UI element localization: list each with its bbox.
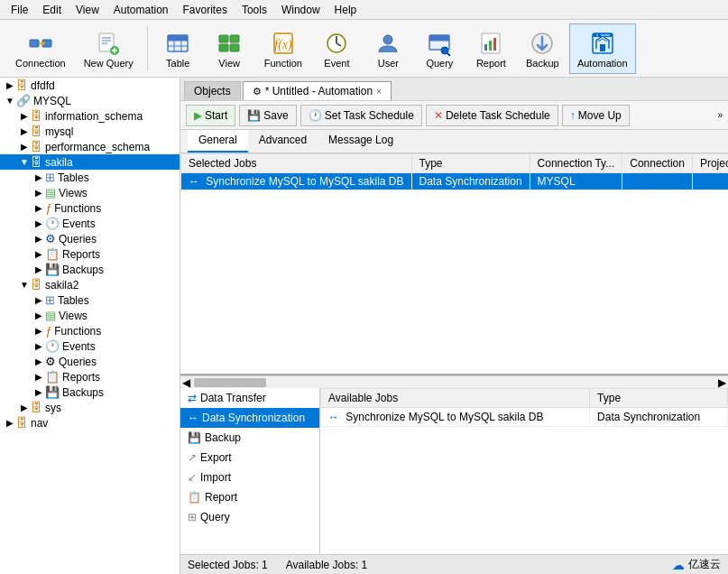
arrow-sakila-queries[interactable]: ▶ — [32, 234, 45, 244]
event-button[interactable]: Event — [312, 23, 362, 74]
inner-tab-advanced[interactable]: Advanced — [248, 130, 318, 153]
start-button[interactable]: ▶ Start — [186, 105, 235, 126]
arrow-mysql-db[interactable]: ▶ — [18, 126, 31, 136]
arrow-s2-events[interactable]: ▶ — [32, 341, 45, 351]
automation-button[interactable]: Automation — [569, 23, 636, 74]
query-button[interactable]: Query — [415, 23, 465, 74]
left-item-export[interactable]: ↗ Export — [180, 448, 319, 468]
sidebar-item-sakila-tables[interactable]: ▶ ⊞ Tables — [0, 170, 180, 185]
menu-edit[interactable]: Edit — [35, 2, 69, 18]
avail-job-name: ↔ Synchronize MySQL to MySQL sakila DB — [321, 408, 590, 427]
arrow-sakila-backups[interactable]: ▶ — [32, 264, 45, 274]
sidebar-item-sakila-reports[interactable]: ▶ 📋 Reports — [0, 246, 180, 262]
sidebar-item-sakila2-events[interactable]: ▶ 🕐 Events — [0, 338, 180, 354]
menu-automation[interactable]: Automation — [106, 2, 176, 18]
menu-view[interactable]: View — [69, 2, 106, 18]
inner-tab-general[interactable]: General — [188, 130, 248, 153]
status-right: ☁ 亿速云 — [672, 557, 721, 572]
arrow-sakila-events[interactable]: ▶ — [32, 218, 45, 228]
user-button[interactable]: User — [364, 23, 413, 74]
arrow-sakila2[interactable]: ▼ — [18, 280, 31, 290]
scroll-right[interactable]: ▶ — [718, 376, 726, 389]
scrollbar-thumb[interactable] — [194, 378, 266, 387]
job-sync-icon: ↔ — [189, 175, 199, 188]
delete-schedule-button[interactable]: ✕ Delete Task Schedule — [426, 105, 558, 126]
function-button[interactable]: f(x) Function — [256, 23, 310, 74]
sidebar-item-dfdfd[interactable]: ▶ 🗄 dfdfd — [0, 78, 180, 93]
sidebar-item-sakila-queries[interactable]: ▶ ⚙ Queries — [0, 231, 180, 246]
sidebar-item-sakila2-functions[interactable]: ▶ ƒ Functions — [0, 323, 180, 338]
arrow-perf[interactable]: ▶ — [18, 142, 31, 152]
move-up-button[interactable]: ↑ Move Up — [562, 105, 630, 126]
sidebar-item-sakila-backups[interactable]: ▶ 💾 Backups — [0, 262, 180, 277]
scroll-left[interactable]: ◀ — [182, 376, 190, 389]
sidebar-item-nav[interactable]: ▶ 🗄 nav — [0, 415, 180, 430]
view-button[interactable]: View — [205, 23, 254, 74]
left-item-query[interactable]: ⊞ Query — [180, 507, 319, 527]
arrow-sys[interactable]: ▶ — [18, 403, 31, 412]
arrow-sakila-tables[interactable]: ▶ — [32, 172, 45, 182]
sidebar-item-sakila2-tables[interactable]: ▶ ⊞ Tables — [0, 292, 180, 308]
menu-favorites[interactable]: Favorites — [176, 2, 235, 18]
menu-file[interactable]: File — [4, 2, 35, 18]
tab-automation[interactable]: ⚙ * Untitled - Automation × — [243, 81, 392, 100]
sidebar-item-sakila2-reports[interactable]: ▶ 📋 Reports — [0, 369, 180, 384]
sidebar-item-sakila2-views[interactable]: ▶ ▤ Views — [0, 308, 180, 323]
arrow-s2-tables[interactable]: ▶ — [32, 295, 45, 305]
sidebar-item-sakila2-queries[interactable]: ▶ ⚙ Queries — [0, 354, 180, 369]
arrow-sakila[interactable]: ▼ — [18, 157, 31, 167]
arrow-sakila-funcs[interactable]: ▶ — [32, 203, 45, 213]
avail-job-row-1[interactable]: ↔ Synchronize MySQL to MySQL sakila DB D… — [321, 408, 728, 427]
tab-objects[interactable]: Objects — [184, 81, 241, 100]
sidebar-item-sakila[interactable]: ▼ 🗄 sakila — [0, 154, 180, 170]
set-schedule-button[interactable]: 🕐 Set Task Schedule — [300, 105, 422, 126]
arrow-s2-queries[interactable]: ▶ — [32, 356, 45, 366]
arrow-nav[interactable]: ▶ — [4, 418, 16, 428]
arrow-s2-views[interactable]: ▶ — [32, 310, 45, 320]
sidebar-item-sakila2[interactable]: ▼ 🗄 sakila2 — [0, 277, 180, 292]
arrow-dfdfd[interactable]: ▶ — [4, 80, 16, 90]
sidebar-item-sakila2-backups[interactable]: ▶ 💾 Backups — [0, 384, 180, 400]
tab-automation-icon: ⚙ — [253, 86, 262, 97]
menu-tools[interactable]: Tools — [235, 2, 274, 18]
sidebar-item-sakila-functions[interactable]: ▶ ƒ Functions — [0, 200, 180, 216]
perf-label: performance_schema — [45, 141, 150, 153]
sidebar-item-perf[interactable]: ▶ 🗄 performance_schema — [0, 139, 180, 154]
left-item-backup[interactable]: 💾 Backup — [180, 428, 319, 448]
sakila-events-label: Events — [62, 218, 96, 230]
available-jobs-status: Available Jobs: 1 — [286, 559, 368, 571]
arrow-s2-backups[interactable]: ▶ — [32, 387, 45, 397]
sidebar-item-sys[interactable]: ▶ 🗄 sys — [0, 400, 180, 415]
sidebar-item-info-schema[interactable]: ▶ 🗄 information_schema — [0, 108, 180, 124]
sidebar-item-sakila-events[interactable]: ▶ 🕐 Events — [0, 216, 180, 231]
left-item-import[interactable]: ↙ Import — [180, 468, 319, 487]
menu-help[interactable]: Help — [327, 2, 364, 18]
report-button[interactable]: Report — [466, 23, 516, 74]
inner-tab-message-log[interactable]: Message Log — [318, 130, 404, 153]
left-item-data-transfer[interactable]: ⇄ Data Transfer — [180, 388, 319, 408]
arrow-sakila-views[interactable]: ▶ — [32, 188, 45, 198]
backup-button[interactable]: Backup — [518, 23, 567, 74]
arrow-sakila-reports[interactable]: ▶ — [32, 249, 45, 259]
new-query-button[interactable]: New Query — [76, 23, 142, 74]
connection-button[interactable]: Connection — [7, 23, 74, 74]
left-item-report[interactable]: 📋 Report — [180, 487, 319, 507]
expand-btn[interactable]: » — [717, 110, 723, 120]
connection-icon — [26, 29, 55, 58]
sidebar-item-mysql[interactable]: ▶ 🗄 mysql — [0, 124, 180, 139]
horizontal-scrollbar[interactable]: ◀ ▶ — [180, 375, 728, 388]
arrow-s2-reports[interactable]: ▶ — [32, 372, 45, 382]
left-item-data-sync[interactable]: ↔ Data Synchronization — [180, 408, 319, 428]
mysql-group-label: MYSQL — [33, 95, 71, 107]
menu-window[interactable]: Window — [274, 2, 327, 18]
table-button[interactable]: Table — [153, 23, 203, 74]
job-row-1[interactable]: ↔ Synchronize MySQL to MySQL sakila DB D… — [181, 173, 729, 190]
save-button[interactable]: 💾 Save — [239, 105, 296, 126]
arrow-s2-funcs[interactable]: ▶ — [32, 326, 45, 336]
data-sync-label: Data Synchronization — [202, 412, 305, 424]
sidebar-item-mysql-group[interactable]: ▼ 🔗 MYSQL — [0, 93, 180, 108]
sidebar-item-sakila-views[interactable]: ▶ ▤ Views — [0, 185, 180, 200]
arrow-mysql[interactable]: ▼ — [4, 96, 16, 106]
tab-close-automation[interactable]: × — [376, 87, 382, 97]
arrow-info[interactable]: ▶ — [18, 111, 31, 121]
